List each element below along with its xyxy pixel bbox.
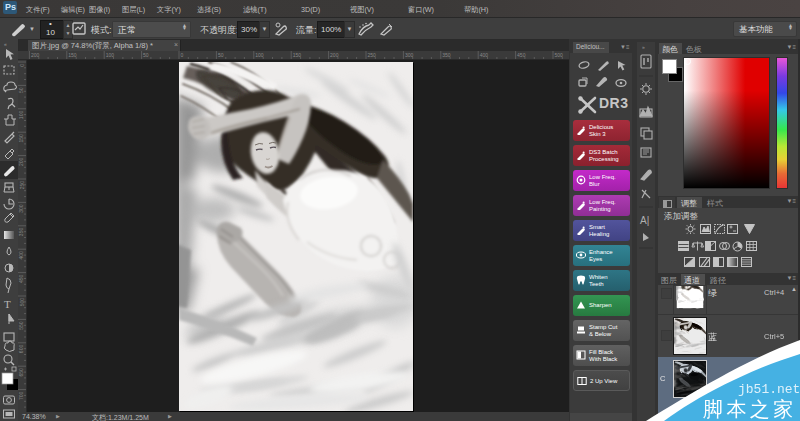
svg-text:450: 450 — [517, 52, 526, 58]
svg-text:300: 300 — [19, 204, 25, 213]
svg-text:700: 700 — [19, 391, 25, 400]
svg-text:400: 400 — [19, 251, 25, 260]
svg-text:jb51.net: jb51.net — [738, 382, 800, 397]
svg-text:350: 350 — [19, 228, 25, 237]
svg-text:50: 50 — [19, 87, 25, 93]
svg-text:A|: A| — [640, 215, 649, 226]
svg-text:600: 600 — [19, 345, 25, 354]
svg-text:50: 50 — [218, 52, 224, 58]
svg-text:450: 450 — [19, 274, 25, 283]
svg-text:0: 0 — [181, 52, 184, 58]
svg-text:500: 500 — [555, 52, 564, 58]
svg-text:300: 300 — [405, 52, 414, 58]
svg-text:100: 100 — [106, 52, 115, 58]
svg-text:200: 200 — [330, 52, 339, 58]
svg-text:脚本之家: 脚本之家 — [703, 398, 797, 420]
svg-text:250: 250 — [368, 52, 377, 58]
svg-text:550: 550 — [19, 321, 25, 330]
svg-text:350: 350 — [442, 52, 451, 58]
svg-text:200: 200 — [31, 52, 40, 58]
svg-text:250: 250 — [19, 181, 25, 190]
svg-text:150: 150 — [293, 52, 302, 58]
svg-text:T: T — [4, 298, 11, 310]
svg-text:50: 50 — [143, 52, 149, 58]
svg-text:650: 650 — [19, 368, 25, 377]
svg-text:150: 150 — [19, 134, 25, 143]
svg-text:400: 400 — [480, 52, 489, 58]
svg-text:100: 100 — [255, 52, 264, 58]
svg-text:500: 500 — [19, 298, 25, 307]
svg-text:150: 150 — [68, 52, 77, 58]
svg-text:0: 0 — [19, 64, 25, 67]
svg-text:200: 200 — [19, 157, 25, 166]
svg-text:100: 100 — [19, 111, 25, 120]
